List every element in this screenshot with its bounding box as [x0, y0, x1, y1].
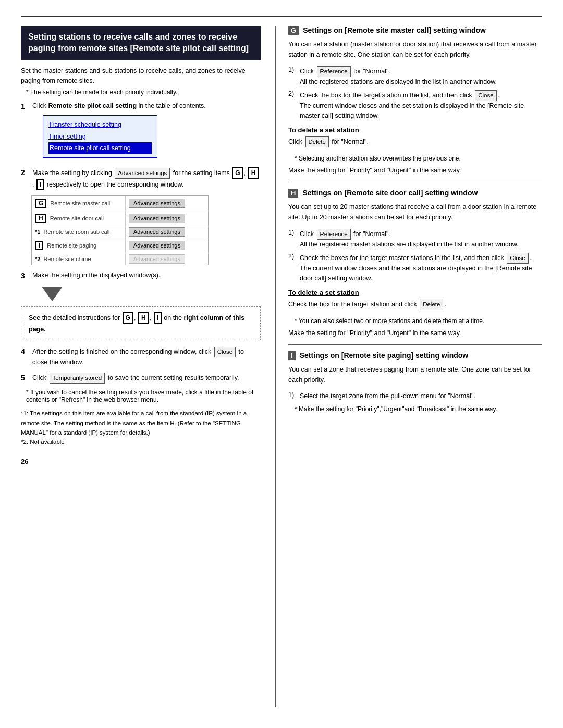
- close-btn-g2[interactable]: Close: [475, 90, 496, 101]
- section-h-letter: H: [288, 189, 298, 198]
- arrow-down: [42, 287, 63, 301]
- step-5: 5 Click Temporarily stored to save the c…: [21, 373, 261, 384]
- step-1: 1 Click Remote site pilot call setting i…: [21, 101, 261, 162]
- menu-item-remote[interactable]: Remote site pilot call setting: [48, 142, 152, 154]
- table-cell-left-i: I Remote site paging: [32, 238, 126, 253]
- table-cell-left-1: *1 Remote site room sub call: [32, 226, 126, 238]
- section-g-note-2: Make the setting for "Priority" and "Urg…: [288, 165, 542, 176]
- table-row-2: *2 Remote site chime Advanced settings: [32, 253, 208, 265]
- section-g-title: Settings on [Remote site master call] se…: [303, 26, 486, 34]
- section-g: G Settings on [Remote site master call] …: [288, 26, 542, 176]
- reference-btn-h1[interactable]: Reference: [317, 229, 351, 240]
- adv-btn-g[interactable]: Advanced settings: [129, 199, 185, 208]
- reference-btn-g1[interactable]: Reference: [317, 66, 351, 77]
- step-2-num: 2: [21, 167, 29, 190]
- letter-i: I: [36, 179, 44, 190]
- adv-btn-1[interactable]: Advanced settings: [129, 227, 185, 237]
- menu-box: Transfer schedule setting Timer setting …: [43, 115, 157, 158]
- section-h-substep-2-content: Check the boxes for the target master st…: [300, 253, 542, 283]
- footnote-1: *1: The settings on this item are availa…: [21, 409, 261, 437]
- step-5-num: 5: [21, 373, 29, 384]
- step-5-content: Click Temporarily stored to save the cur…: [32, 373, 261, 384]
- step-3: 3 Make the setting in the displayed wind…: [21, 270, 261, 281]
- step-3-content: Make the setting in the displayed window…: [32, 270, 261, 281]
- section-h-substep-1-detail: All the registered master stations are d…: [300, 241, 519, 248]
- step-2-content: Make the setting by clicking Advanced se…: [32, 167, 261, 190]
- adv-btn-i[interactable]: Advanced settings: [129, 241, 185, 250]
- section-rule-hi: [288, 344, 542, 345]
- table-row-g: G Remote site master call Advanced setti…: [32, 196, 208, 211]
- advanced-settings-btn[interactable]: Advanced settings: [115, 168, 170, 179]
- page-number: 26: [21, 458, 261, 465]
- top-rule: [21, 16, 542, 17]
- table-row-1: *1 Remote site room sub call Advanced se…: [32, 226, 208, 238]
- section-h: H Settings on [Remote site door call] se…: [288, 189, 542, 338]
- step-5-note: * If you wish to cancel the setting resu…: [26, 389, 261, 403]
- section-h-substep-1-num: 1): [288, 229, 298, 250]
- table-label-1: Remote site room sub call: [43, 229, 109, 235]
- section-i-heading: I Settings on [Remote site paging] setti…: [288, 351, 542, 360]
- section-h-substep-1-content: Click Reference for "Normal". All the re…: [300, 229, 542, 250]
- delete-btn-h[interactable]: Delete: [420, 299, 443, 310]
- section-g-body: You can set a station (master station or…: [288, 39, 542, 60]
- dashed-box: See the detailed instructions for G, H, …: [21, 306, 261, 340]
- table-cell-left-g: G Remote site master call: [32, 196, 126, 211]
- dashed-letter-h: H: [138, 312, 149, 324]
- section-g-substep-1-detail: All the registered stations are displaye…: [300, 78, 497, 85]
- table-cell-right-g: Advanced settings: [126, 198, 208, 209]
- table-cell-right-2: Advanced settings: [126, 253, 208, 265]
- section-h-title: Settings on [Remote site door call] sett…: [302, 189, 478, 197]
- table-label-i: Remote site paging: [47, 242, 96, 249]
- close-btn-step4[interactable]: Close: [214, 347, 236, 357]
- adv-btn-h[interactable]: Advanced settings: [129, 214, 185, 223]
- table-cell-left-h: H Remote site door call: [32, 211, 126, 226]
- section-h-substep-1: 1) Click Reference for "Normal". All the…: [288, 229, 542, 250]
- two-column-layout: Setting stations to receive calls and zo…: [21, 26, 542, 707]
- section-h-heading: H Settings on [Remote site door call] se…: [288, 189, 542, 198]
- intro-text: Set the master stations and sub stations…: [21, 66, 261, 86]
- section-g-substep-2-detail: The current window closes and the set st…: [300, 102, 524, 119]
- menu-item-transfer[interactable]: Transfer schedule setting: [48, 119, 152, 131]
- section-g-delete-text: Click Delete for "Normal".: [288, 136, 542, 147]
- dashed-letter-i: I: [154, 312, 162, 324]
- step-4-num: 4: [21, 347, 29, 367]
- step-4-content: After the setting is finished on the cor…: [32, 347, 261, 367]
- section-g-substep-1-num: 1): [288, 66, 298, 87]
- delete-btn-g[interactable]: Delete: [305, 136, 329, 147]
- dashed-bold: right column of this page.: [29, 314, 244, 333]
- table-label-h: Remote site door call: [50, 215, 104, 221]
- step-3-num: 3: [21, 270, 29, 281]
- section-h-note-2: Make the setting for "Priority" and "Urg…: [288, 328, 542, 338]
- temporarily-stored-btn[interactable]: Temporarily stored: [50, 373, 105, 384]
- table-letter-h: H: [35, 214, 46, 223]
- left-column: Setting stations to receive calls and zo…: [21, 26, 261, 707]
- table-cell-right-i: Advanced settings: [126, 240, 208, 251]
- page: Setting stations to receive calls and zo…: [0, 0, 563, 728]
- footnote-2: *2: Not available: [21, 437, 261, 447]
- section-i-note: * Make the setting for "Priority","Urgen…: [295, 404, 542, 414]
- step-1-num: 1: [21, 101, 29, 162]
- section-i-body: You can set a zone that receives paging …: [288, 364, 542, 385]
- section-i-title: Settings on [Remote site paging] setting…: [300, 351, 469, 360]
- section-i-substep-1-num: 1): [288, 391, 298, 401]
- section-rule-gh: [288, 182, 542, 182]
- right-column: G Settings on [Remote site master call] …: [275, 26, 542, 707]
- settings-table: G Remote site master call Advanced setti…: [31, 195, 209, 265]
- section-g-substep-1: 1) Click Reference for "Normal". All the…: [288, 66, 542, 87]
- close-btn-h2[interactable]: Close: [507, 253, 528, 264]
- section-h-substep-2-num: 2): [288, 253, 298, 283]
- section-h-substep-2-detail: The current window closes and the set st…: [300, 265, 532, 282]
- menu-item-timer[interactable]: Timer setting: [48, 131, 152, 143]
- section-h-substep-2: 2) Check the boxes for the target master…: [288, 253, 542, 283]
- table-cell-right-h: Advanced settings: [126, 213, 208, 224]
- table-cell-right-1: Advanced settings: [126, 226, 208, 238]
- letter-g: G: [232, 167, 243, 179]
- section-i: I Settings on [Remote site paging] setti…: [288, 351, 542, 414]
- table-letter-2: *2: [35, 256, 40, 262]
- table-letter-g: G: [35, 199, 46, 208]
- table-letter-1: *1: [35, 229, 40, 235]
- table-label-g: Remote site master call: [50, 200, 110, 206]
- step-4: 4 After the setting is finished on the c…: [21, 347, 261, 367]
- dashed-letter-g: G: [123, 312, 133, 324]
- section-h-delete-text: Check the box for the target station and…: [288, 299, 542, 310]
